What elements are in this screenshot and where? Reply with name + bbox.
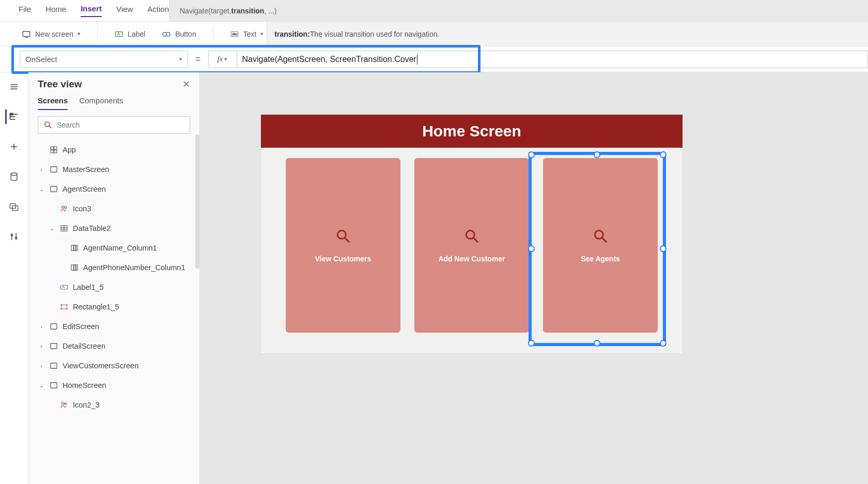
formula-input[interactable]: Navigate(AgentScreen, ScreenTransition.C… bbox=[237, 51, 868, 68]
tree-row[interactable]: Label1_5 bbox=[30, 277, 197, 297]
rail-hamburger[interactable] bbox=[7, 80, 21, 94]
tab-components[interactable]: Components bbox=[79, 96, 123, 110]
svg-line-21 bbox=[49, 126, 51, 128]
svg-rect-0 bbox=[23, 31, 30, 36]
svg-rect-24 bbox=[51, 150, 53, 153]
label-button[interactable]: Label bbox=[111, 27, 148, 41]
svg-point-54 bbox=[337, 230, 346, 239]
tree-row[interactable]: Rectangle1_5 bbox=[30, 297, 197, 317]
rail-insert[interactable] bbox=[7, 139, 21, 154]
ribbon: New screen ▾ Label Button Abc Text ▾ tra… bbox=[0, 22, 868, 46]
scrollbar[interactable] bbox=[195, 134, 199, 269]
menu-view[interactable]: View bbox=[116, 5, 133, 17]
search-icon bbox=[43, 120, 53, 130]
label-btn-label: Label bbox=[128, 30, 145, 38]
tile-see-agents[interactable]: See Agents bbox=[543, 158, 658, 333]
svg-point-52 bbox=[62, 402, 65, 405]
signature-suffix: , ...) bbox=[264, 7, 276, 15]
tree-row[interactable]: AgentName_Column1 bbox=[30, 238, 197, 258]
tile-add-customer[interactable]: Add New Customer bbox=[414, 158, 529, 333]
rect-icon bbox=[59, 302, 69, 311]
rail-media[interactable] bbox=[7, 199, 21, 214]
fx-button[interactable]: fx ▾ bbox=[208, 51, 237, 68]
collapse-icon[interactable]: ⌄ bbox=[48, 225, 55, 232]
expand-icon[interactable]: › bbox=[38, 343, 45, 349]
tree-row-label: AgentPhoneNumber_Column1 bbox=[83, 263, 185, 272]
tree-row[interactable]: ⌄HomeScreen bbox=[30, 376, 197, 395]
tree-row[interactable]: ⌄AgentScreen bbox=[30, 179, 197, 199]
formula-signature: Navigate(target, transition , ...) bbox=[169, 0, 868, 21]
menu-insert[interactable]: Insert bbox=[81, 4, 102, 17]
svg-rect-48 bbox=[51, 324, 57, 330]
tree-title: Tree view bbox=[38, 79, 82, 90]
expand-icon[interactable]: › bbox=[38, 323, 45, 330]
close-icon[interactable]: ✕ bbox=[182, 79, 190, 90]
screen-icon bbox=[49, 341, 58, 351]
search-input[interactable] bbox=[57, 121, 184, 129]
tree-row[interactable]: ›DetailScreen bbox=[30, 336, 197, 356]
property-name: OnSelect bbox=[25, 55, 57, 64]
tree-row[interactable]: ›MasterScreen bbox=[30, 160, 197, 179]
search-icon bbox=[335, 228, 351, 246]
tree-row[interactable]: AgentPhoneNumber_Column1 bbox=[30, 258, 197, 277]
screen-icon bbox=[22, 29, 31, 39]
tooltip-desc: The visual transition used for navigatio… bbox=[310, 30, 440, 38]
expand-icon[interactable]: › bbox=[38, 166, 45, 173]
tile-label: See Agents bbox=[581, 255, 620, 263]
svg-point-28 bbox=[62, 206, 65, 209]
tree-panel: Tree view ✕ Screens Components App›Maste… bbox=[28, 72, 200, 484]
menu-file[interactable]: File bbox=[19, 5, 31, 17]
tile-label: View Customers bbox=[315, 255, 371, 263]
search-icon bbox=[463, 228, 480, 246]
tree-row[interactable]: ›ViewCustomersScreen bbox=[30, 356, 197, 376]
app-header: Home Screen bbox=[261, 115, 683, 148]
expand-icon[interactable]: › bbox=[38, 363, 45, 369]
collapse-icon[interactable]: ⌄ bbox=[38, 186, 45, 193]
signature-param: transition bbox=[231, 7, 265, 15]
tile-label: Add New Customer bbox=[438, 255, 505, 263]
svg-rect-23 bbox=[54, 147, 57, 149]
svg-rect-22 bbox=[51, 147, 53, 149]
tooltip-key: transition: bbox=[274, 30, 309, 38]
tree-row[interactable]: Icon3 bbox=[30, 199, 197, 218]
tree-row-label: DataTable2 bbox=[73, 224, 111, 232]
tile-view-customers[interactable]: View Customers bbox=[286, 158, 400, 333]
svg-point-47 bbox=[66, 308, 67, 309]
button-btn-label: Button bbox=[175, 30, 196, 38]
search-icon bbox=[592, 228, 609, 246]
tree-row-label: EditScreen bbox=[63, 322, 99, 331]
text-button[interactable]: Abc Text ▾ bbox=[227, 27, 267, 41]
tree-row-label: DetailScreen bbox=[63, 342, 105, 350]
column-icon bbox=[70, 243, 79, 253]
search-box[interactable] bbox=[38, 116, 190, 134]
tree-row[interactable]: ›EditScreen bbox=[30, 317, 197, 336]
chevron-down-icon: ▾ bbox=[260, 30, 264, 37]
chevron-down-icon: ▾ bbox=[78, 30, 81, 37]
menu-home[interactable]: Home bbox=[45, 5, 66, 17]
collapse-icon[interactable]: ⌄ bbox=[38, 382, 45, 389]
canvas[interactable]: Home Screen View Customers Add New Custo… bbox=[200, 72, 868, 484]
svg-point-53 bbox=[65, 403, 67, 405]
text-btn-label: Text bbox=[243, 30, 257, 38]
tree-row[interactable]: ⌄DataTable2 bbox=[30, 218, 197, 238]
svg-line-57 bbox=[474, 238, 478, 242]
rail-data[interactable] bbox=[7, 169, 21, 184]
people-icon bbox=[59, 400, 69, 410]
rail-advanced[interactable] bbox=[7, 229, 21, 244]
property-selector[interactable]: OnSelect ▾ bbox=[20, 51, 188, 68]
tab-screens[interactable]: Screens bbox=[38, 96, 68, 110]
tree-row-label: Label1_5 bbox=[73, 283, 104, 291]
svg-rect-50 bbox=[51, 363, 57, 369]
svg-point-13 bbox=[11, 173, 17, 176]
svg-rect-27 bbox=[51, 186, 57, 192]
text-caret bbox=[417, 54, 417, 65]
tree-row[interactable]: Icon2_3 bbox=[30, 395, 197, 415]
rail-tree-view[interactable] bbox=[5, 110, 20, 124]
new-screen-button[interactable]: New screen ▾ bbox=[19, 27, 84, 41]
svg-point-29 bbox=[65, 207, 67, 209]
tree-row[interactable]: App bbox=[30, 140, 197, 160]
button-button[interactable]: Button bbox=[159, 27, 199, 41]
ribbon-left: New screen ▾ Label Button Abc Text ▾ bbox=[0, 27, 267, 41]
formula-bar: OnSelect ▾ = fx ▾ Navigate(AgentScreen, … bbox=[0, 46, 868, 72]
menu-action[interactable]: Action bbox=[147, 5, 169, 17]
